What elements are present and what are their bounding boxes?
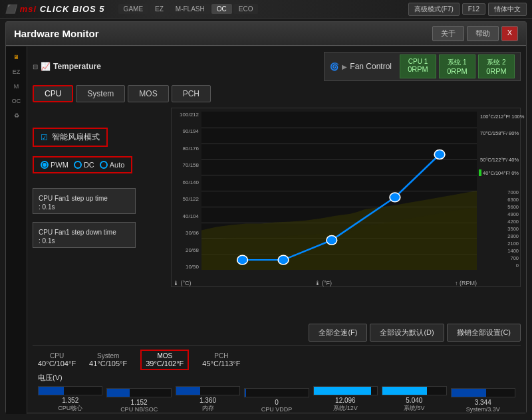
voltage-label-12v: 系统/12V: [333, 404, 358, 413]
voltage-value-33v: 3.344: [475, 399, 491, 406]
temp-tab-mos[interactable]: MOS: [128, 85, 168, 102]
fan-curve-svg: [201, 112, 477, 270]
step-down-box[interactable]: CPU Fan1 step down time : 0.1s: [33, 222, 136, 248]
step-down-label: CPU Fan1 step down time: [39, 229, 116, 236]
chart-area: [201, 112, 477, 270]
top-bar: ⬛ msi CLICK BIOS 5 GAME EZ M-FLASH OC EC…: [0, 0, 532, 19]
voltage-fill-cpu-core: [39, 387, 64, 395]
tab-game[interactable]: GAME: [118, 4, 148, 14]
nav-item-oc[interactable]: OC: [7, 96, 26, 106]
collapse-btn[interactable]: ⊟: [33, 63, 38, 70]
tab-ez[interactable]: EZ: [150, 4, 169, 14]
smart-fan-area: ☑ 智能风扇模式: [33, 128, 166, 151]
y-label-4: 60/140: [173, 179, 201, 185]
step-times-area: CPU Fan1 step up time : 0.1s CPU Fan1 st…: [33, 188, 166, 251]
tab-mflash[interactable]: M-FLASH: [170, 4, 210, 14]
voltage-value-5v: 5.040: [406, 397, 422, 404]
window-titlebar: Hardware Monitor 关于 帮助 X: [6, 22, 526, 46]
temp-tab-cpu[interactable]: CPU: [33, 85, 73, 102]
radio-pwm[interactable]: PWM: [41, 161, 68, 169]
rpm-7000: 7000: [479, 189, 519, 195]
temp-reading-mos: MOS 39°C/102°F: [140, 350, 189, 370]
radio-auto[interactable]: Auto: [100, 161, 125, 169]
voltage-bar-5v: [382, 386, 446, 395]
fan-arrow: ▶: [342, 63, 347, 70]
temp-tab-pch[interactable]: PCH: [172, 85, 211, 102]
fan-control-header: 🌀 ▶ Fan Control CPU 1 0RPM 系统 1 0RPM 系统 …: [324, 52, 521, 81]
rpm-labels: 7000 6300 5600 4900 4200 3500 2800 2100 …: [479, 189, 519, 268]
temp-reading-pch: PCH 45°C/113°F: [202, 352, 240, 368]
voltage-label-33v: System/3.3V: [466, 406, 500, 413]
rpm-2100: 2100: [479, 241, 519, 247]
voltage-fill-5v: [382, 387, 427, 395]
voltage-label-memory: 内存: [202, 404, 214, 413]
rpm-4200: 4200: [479, 219, 519, 225]
fan-icon: 🌀: [330, 62, 339, 71]
advanced-mode-btn[interactable]: 高级模式(F7): [408, 3, 459, 16]
temp-icon: 📈: [41, 62, 51, 71]
mode-select-area: PWM DC Auto: [33, 156, 166, 180]
voltage-label-cpu-nb: CPU NB/SOC: [120, 406, 158, 413]
legend-text-3: 40°C/104°F/ 0%: [483, 170, 519, 176]
radio-dc[interactable]: DC: [74, 161, 94, 169]
curve-point-3[interactable]: [327, 235, 337, 245]
temp-tab-system[interactable]: System: [76, 85, 125, 102]
set-default-btn[interactable]: 全部设为默认(D): [370, 324, 444, 342]
nav-item-hardware[interactable]: 🖥: [7, 52, 26, 62]
voltage-bar-vddp: [244, 388, 309, 397]
window-controls: 关于 帮助 X: [432, 26, 518, 41]
voltage-bar-12v: [313, 386, 378, 395]
temp-section-title: Temperature: [53, 62, 101, 71]
cancel-all-btn[interactable]: 撤销全部设置(C): [447, 324, 521, 342]
legend-color-3: [479, 169, 481, 176]
about-btn[interactable]: 关于: [432, 26, 464, 41]
rpm-4900: 4900: [479, 211, 519, 217]
close-btn[interactable]: X: [501, 26, 518, 41]
smart-fan-checkbox[interactable]: ☑: [41, 133, 48, 142]
tab-oc[interactable]: OC: [211, 4, 232, 14]
mode-select-box: PWM DC Auto: [33, 156, 132, 173]
temp-highlight-mos: MOS 39°C/102°F: [140, 350, 189, 370]
rpm-700: 700: [479, 255, 519, 261]
main-window: Hardware Monitor 关于 帮助 X 🖥 EZ M OC ♻ ⊟ 📈…: [5, 21, 527, 413]
help-btn[interactable]: 帮助: [467, 26, 499, 41]
curve-point-5[interactable]: [434, 150, 445, 159]
voltage-bar-33v: [451, 388, 515, 397]
voltage-header: 电压(V): [38, 373, 515, 383]
temp-section-header: ⊟ 📈 Temperature: [33, 62, 311, 71]
step-up-box[interactable]: CPU Fan1 step up time : 0.1s: [33, 188, 136, 214]
y-label-6: 40/104: [173, 213, 201, 219]
curve-point-4[interactable]: [390, 193, 400, 202]
unit-rpm: ↑ (RPM): [455, 280, 477, 286]
rpm-0: 0: [479, 262, 519, 268]
y-label-3: 70/158: [173, 162, 201, 168]
voltage-value-cpu-core: 1.352: [62, 397, 78, 404]
step-up-value: : 0.1s: [39, 203, 130, 211]
nav-item-eco[interactable]: ♻: [7, 110, 26, 121]
full-speed-btn[interactable]: 全部全速(F): [309, 324, 367, 342]
y-label-7: 30/86: [173, 230, 201, 236]
voltage-item-cpu-core: 1.352 CPU核心: [38, 386, 102, 413]
radio-label-pwm: PWM: [51, 161, 68, 169]
tab-eco[interactable]: ECO: [233, 4, 259, 14]
language-btn[interactable]: 情体中文: [488, 3, 527, 16]
content-area: ⊟ 📈 Temperature 🌀 ▶ Fan Control CPU 1 0R…: [27, 47, 526, 413]
voltage-bars: 1.352 CPU核心 1.152 CPU NB/SOC: [38, 386, 515, 413]
nav-item-ez[interactable]: EZ: [7, 66, 26, 77]
screenshot-btn[interactable]: F12: [462, 3, 485, 15]
fan-control-title: Fan Control: [350, 62, 392, 71]
voltage-value-vddp: 0: [275, 399, 279, 406]
status-area: CPU 40°C/104°F System 41°C/105°F MOS 39°…: [33, 345, 521, 415]
temp-reading-system: System 41°C/105°F: [89, 352, 127, 368]
step-down-value: : 0.1s: [39, 237, 130, 245]
temp-value-pch: 45°C/113°F: [202, 360, 240, 368]
right-panel: 100/212 90/194 80/176 70/158 60/140 50/1…: [171, 108, 521, 320]
smart-fan-label: 智能风扇模式: [52, 132, 100, 143]
voltage-fill-12v: [314, 387, 371, 395]
curve-point-1[interactable]: [237, 255, 248, 264]
voltage-fill-33v: [452, 389, 486, 397]
nav-item-m[interactable]: M: [7, 81, 26, 92]
curve-point-2[interactable]: [278, 255, 289, 264]
two-col-layout: ☑ 智能风扇模式 PWM DC: [33, 108, 521, 320]
voltage-label-5v: 系统/5V: [404, 404, 425, 413]
